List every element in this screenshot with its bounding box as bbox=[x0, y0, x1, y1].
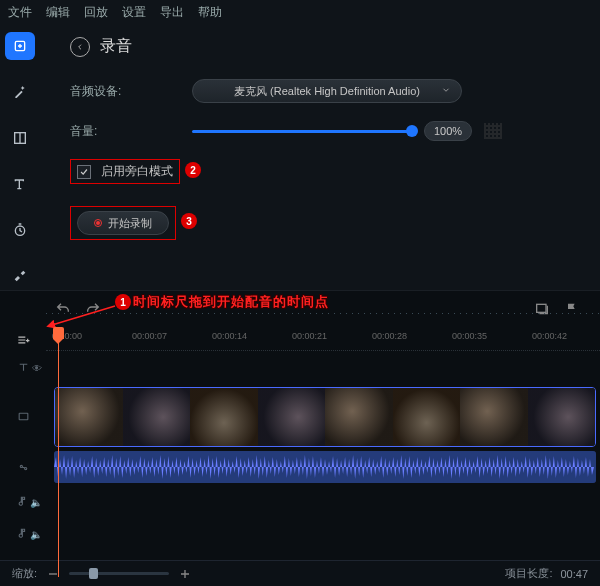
callout-1: 1 bbox=[115, 294, 131, 310]
ruler-tick: 00:00:07 bbox=[132, 331, 167, 341]
tool-add[interactable] bbox=[5, 32, 35, 60]
chevron-down-icon bbox=[441, 85, 451, 97]
audio-track-1-head[interactable]: 🔈 bbox=[0, 495, 46, 508]
tool-layout[interactable] bbox=[5, 124, 35, 152]
callout-3: 3 bbox=[181, 213, 197, 229]
time-ruler[interactable]: 0:00:00 00:00:07 00:00:14 00:00:21 00:00… bbox=[46, 327, 600, 351]
volume-value: 100% bbox=[424, 121, 472, 141]
svg-rect-3 bbox=[537, 304, 546, 312]
record-button-label: 开始录制 bbox=[108, 216, 152, 231]
video-track-head[interactable] bbox=[0, 410, 46, 423]
narration-checkbox[interactable] bbox=[77, 165, 91, 179]
playhead[interactable] bbox=[53, 327, 64, 339]
status-bar: 缩放: 项目长度: 00:47 bbox=[0, 560, 600, 586]
panel-title: 录音 bbox=[100, 36, 132, 57]
volume-slider[interactable] bbox=[192, 130, 412, 133]
vu-meter-icon bbox=[484, 123, 502, 139]
menu-settings[interactable]: 设置 bbox=[122, 4, 146, 21]
video-clip[interactable] bbox=[54, 387, 596, 447]
annotation: 1 时间标尺拖到开始配音的时间点 bbox=[115, 293, 329, 311]
menu-file[interactable]: 文件 bbox=[8, 4, 32, 21]
zoom-slider[interactable] bbox=[69, 572, 169, 575]
start-record-button[interactable]: 开始录制 bbox=[77, 211, 169, 235]
menu-edit[interactable]: 编辑 bbox=[46, 4, 70, 21]
tool-text[interactable] bbox=[5, 170, 35, 198]
annotation-arrow bbox=[40, 301, 120, 331]
menu-help[interactable]: 帮助 bbox=[198, 4, 222, 21]
zoom-label: 缩放: bbox=[12, 566, 37, 581]
annotation-text: 时间标尺拖到开始配音的时间点 bbox=[133, 293, 329, 311]
tool-wand[interactable] bbox=[5, 78, 35, 106]
ruler-tick: 00:00:14 bbox=[212, 331, 247, 341]
ruler-tick: 00:00:35 bbox=[452, 331, 487, 341]
volume-label: 音量: bbox=[70, 123, 150, 140]
back-button[interactable] bbox=[70, 37, 90, 57]
tool-timer[interactable] bbox=[5, 216, 35, 244]
narration-checkbox-label: 启用旁白模式 bbox=[101, 163, 173, 180]
audio-waveform[interactable] bbox=[54, 451, 596, 483]
record-panel: 录音 音频设备: 麦克风 (Realtek High Definition Au… bbox=[40, 24, 600, 290]
menu-export[interactable]: 导出 bbox=[160, 4, 184, 21]
svg-rect-4 bbox=[19, 413, 28, 420]
menu-bar: 文件 编辑 回放 设置 导出 帮助 bbox=[0, 0, 600, 24]
audio-device-label: 音频设备: bbox=[70, 83, 150, 100]
ruler-tick: 00:00:28 bbox=[372, 331, 407, 341]
add-track-button[interactable] bbox=[14, 333, 32, 347]
left-toolbar bbox=[0, 24, 40, 290]
audio-track-2-head[interactable]: 🔈 bbox=[0, 527, 46, 540]
ruler-tick: 00:00:42 bbox=[532, 331, 567, 341]
narration-checkbox-row: 启用旁白模式 2 bbox=[70, 159, 180, 184]
record-icon bbox=[94, 219, 102, 227]
linked-audio-track-head[interactable] bbox=[0, 461, 46, 474]
marker-button[interactable] bbox=[534, 301, 550, 317]
audio-device-dropdown[interactable]: 麦克风 (Realtek High Definition Audio) bbox=[192, 79, 462, 103]
timeline: 1 时间标尺拖到开始配音的时间点 0:00:00 00:00:07 00:00:… bbox=[0, 290, 600, 586]
flag-button[interactable] bbox=[564, 301, 580, 317]
record-button-highlight: 开始录制 3 bbox=[70, 206, 176, 240]
audio-device-value: 麦克风 (Realtek High Definition Audio) bbox=[234, 84, 420, 99]
tool-tools[interactable] bbox=[5, 262, 35, 290]
project-length-value: 00:47 bbox=[560, 568, 588, 580]
project-length-label: 项目长度: bbox=[505, 566, 552, 581]
text-track-head[interactable]: 👁 bbox=[0, 361, 46, 374]
zoom-in-button[interactable] bbox=[177, 566, 193, 582]
ruler-tick: 00:00:21 bbox=[292, 331, 327, 341]
callout-2: 2 bbox=[185, 162, 201, 178]
menu-playback[interactable]: 回放 bbox=[84, 4, 108, 21]
